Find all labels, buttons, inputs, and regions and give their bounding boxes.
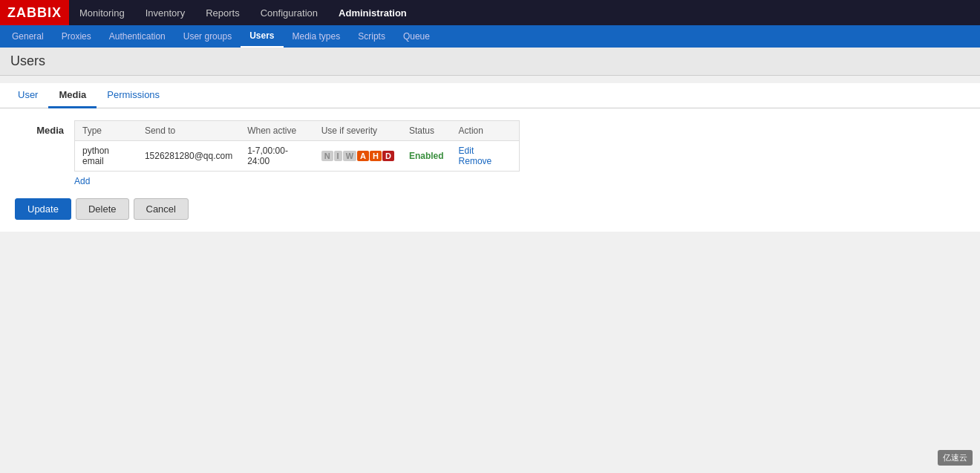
subnav-proxies[interactable]: Proxies (53, 25, 100, 48)
col-useseverity: Use if severity (314, 121, 402, 141)
media-form-control: Type Send to When active Use if severity… (74, 120, 965, 186)
subnav-proxies-link[interactable]: Proxies (53, 25, 100, 48)
subnav-authentication-link[interactable]: Authentication (100, 25, 174, 48)
content-area: User Media Permissions Media Type Send t… (0, 83, 980, 232)
subnav-usergroups-link[interactable]: User groups (174, 25, 241, 48)
severity-badge-h: H (370, 151, 382, 161)
edit-link[interactable]: Edit (459, 146, 474, 156)
table-header-row: Type Send to When active Use if severity… (75, 121, 520, 141)
subnav-users-link[interactable]: Users (241, 25, 283, 48)
subnav-queue-link[interactable]: Queue (394, 25, 439, 48)
subnav-authentication[interactable]: Authentication (100, 25, 174, 48)
remove-link[interactable]: Remove (459, 156, 492, 166)
subnav-general-link[interactable]: General (3, 25, 53, 48)
severity-badge-a: A (357, 151, 369, 161)
media-label: Media (15, 120, 74, 136)
subnav-users[interactable]: Users (241, 25, 283, 48)
nav-reports[interactable]: Reports (195, 0, 250, 25)
severity-badge-n: N (321, 151, 333, 161)
tab-media[interactable]: Media (48, 83, 97, 108)
sub-nav-list: General Proxies Authentication User grou… (3, 25, 439, 48)
cell-status: Enabled (402, 141, 451, 172)
col-status: Status (402, 121, 451, 141)
cell-sendto: 1526281280@qq.com (137, 141, 240, 172)
cell-type: python email (75, 141, 137, 172)
top-navigation: ZABBIX Monitoring Inventory Reports Conf… (0, 0, 980, 25)
top-nav-list: Monitoring Inventory Reports Configurati… (69, 0, 417, 25)
subnav-scripts[interactable]: Scripts (349, 25, 394, 48)
subnav-usergroups[interactable]: User groups (174, 25, 241, 48)
cell-whenactive: 1-7,00:00-24:00 (240, 141, 313, 172)
page-title: Users (10, 53, 970, 69)
col-action: Action (451, 121, 520, 141)
subnav-queue[interactable]: Queue (394, 25, 439, 48)
tab-user[interactable]: User (7, 83, 48, 108)
severity-badge-i: I (334, 151, 342, 161)
logo: ZABBIX (0, 0, 69, 25)
severity-badge-w: W (343, 151, 356, 161)
cancel-button[interactable]: Cancel (134, 198, 189, 220)
delete-button[interactable]: Delete (76, 198, 129, 220)
severity-badges: N I W A H D (321, 151, 394, 161)
cell-severity: N I W A H D (314, 141, 402, 172)
media-row: Media Type Send to When active Use if se… (15, 120, 965, 186)
subnav-mediatypes[interactable]: Media types (284, 25, 350, 48)
nav-reports-link[interactable]: Reports (195, 0, 250, 25)
nav-administration-link[interactable]: Administration (328, 0, 417, 25)
nav-inventory-link[interactable]: Inventory (135, 0, 195, 25)
nav-configuration[interactable]: Configuration (250, 0, 328, 25)
form-area: Media Type Send to When active Use if se… (0, 108, 980, 232)
nav-monitoring[interactable]: Monitoring (69, 0, 135, 25)
severity-badge-d: D (382, 151, 394, 161)
status-enabled: Enabled (409, 151, 444, 161)
tab-bar: User Media Permissions (0, 83, 980, 108)
media-table: Type Send to When active Use if severity… (74, 120, 520, 172)
cell-actions: Edit Remove (451, 141, 520, 172)
tab-permissions[interactable]: Permissions (97, 83, 170, 108)
nav-administration[interactable]: Administration (328, 0, 417, 25)
col-type: Type (75, 121, 137, 141)
col-whenactive: When active (240, 121, 313, 141)
add-media-link[interactable]: Add (74, 176, 90, 186)
sub-navigation: General Proxies Authentication User grou… (0, 25, 980, 48)
update-button[interactable]: Update (15, 198, 71, 220)
subnav-scripts-link[interactable]: Scripts (349, 25, 394, 48)
button-row: Update Delete Cancel (15, 198, 965, 220)
nav-configuration-link[interactable]: Configuration (250, 0, 328, 25)
col-sendto: Send to (137, 121, 240, 141)
nav-monitoring-link[interactable]: Monitoring (69, 0, 135, 25)
nav-inventory[interactable]: Inventory (135, 0, 195, 25)
table-row: python email 1526281280@qq.com 1-7,00:00… (75, 141, 520, 172)
subnav-general[interactable]: General (3, 25, 53, 48)
subnav-mediatypes-link[interactable]: Media types (284, 25, 350, 48)
page-title-bar: Users (0, 48, 980, 76)
